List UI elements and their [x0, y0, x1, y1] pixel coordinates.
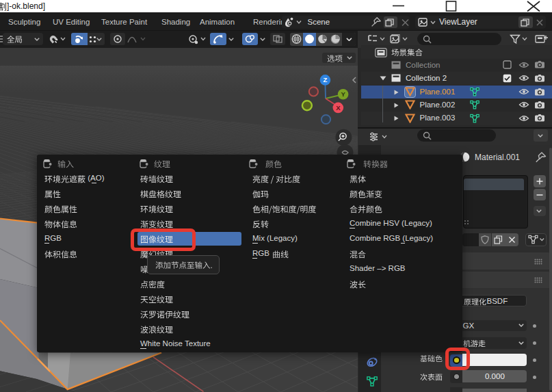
svg-text:Y: Y — [341, 90, 345, 98]
svg-text:X: X — [336, 104, 341, 112]
svg-text:Z: Z — [323, 76, 327, 83]
